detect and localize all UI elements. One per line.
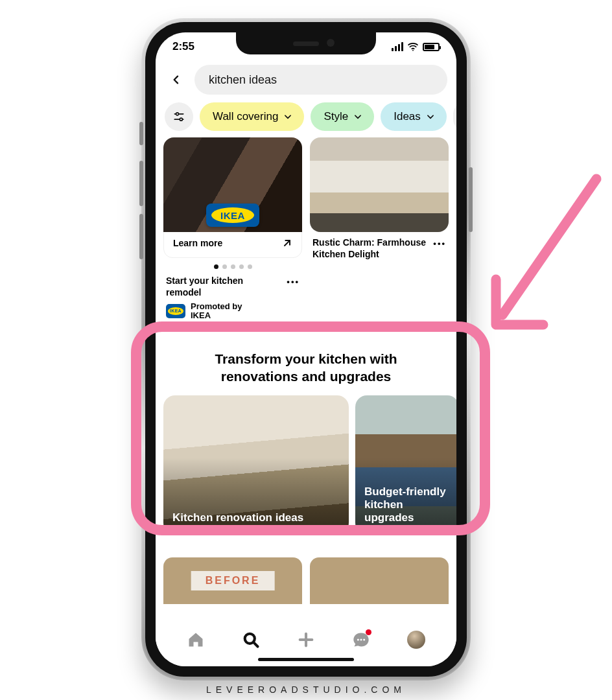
more-pins-row: BEFORE (156, 539, 456, 604)
annotation-arrow-icon (480, 166, 609, 347)
back-button[interactable] (167, 71, 185, 89)
pin-title: Rustic Charm: Farmhouse Kitchen Delight (312, 237, 428, 260)
svg-point-10 (357, 638, 359, 640)
svg-point-4 (180, 118, 182, 121)
promoted-pin-image[interactable]: IKEA (163, 137, 302, 232)
ikea-avatar-icon: IKEA (166, 304, 185, 318)
before-badge: BEFORE (191, 571, 275, 590)
home-icon (187, 631, 205, 649)
search-icon (242, 631, 260, 649)
cellular-signal-icon (392, 42, 403, 51)
plus-icon (297, 631, 315, 649)
status-time: 2:55 (172, 40, 194, 53)
svg-point-12 (363, 638, 365, 640)
more-options-button[interactable]: ••• (433, 237, 446, 248)
svg-line-7 (254, 643, 258, 647)
phone-notch (236, 32, 376, 54)
search-query: kitchen ideas (209, 73, 277, 87)
phone-silent-switch (139, 122, 143, 145)
learn-more-button[interactable]: Learn more (163, 228, 302, 258)
suggestion-card-kitchen-renovation[interactable]: Kitchen renovation ideas (163, 395, 349, 534)
notification-dot (366, 629, 371, 635)
nav-create[interactable] (297, 631, 315, 649)
suggestions-section: Transform your kitchen with renovations … (156, 323, 456, 539)
phone-volume-up (139, 161, 143, 206)
pin-image[interactable] (310, 557, 449, 604)
pin-image[interactable]: BEFORE (163, 557, 302, 604)
nav-profile[interactable] (407, 631, 425, 649)
phone-screen: 2:55 kitchen (156, 32, 456, 666)
filter-chip-label: Wall covering (213, 110, 278, 123)
suggestion-card-label: Kitchen renovation ideas (172, 511, 340, 524)
filter-chip-partial[interactable]: F (453, 102, 456, 131)
filter-chip-label: Ideas (394, 110, 421, 123)
avatar-icon (407, 631, 425, 649)
filter-chip-label: Style (324, 110, 348, 123)
filter-chip-ideas[interactable]: Ideas (381, 102, 447, 131)
arrow-outward-icon (282, 238, 292, 248)
wifi-icon (407, 42, 419, 51)
pin-title: Start your kitchen remodel (166, 275, 270, 298)
carousel-dots[interactable] (163, 258, 302, 273)
nav-notifications[interactable] (352, 631, 370, 649)
svg-point-11 (360, 638, 362, 640)
svg-line-5 (285, 240, 290, 246)
filter-chip-style[interactable]: Style (311, 102, 374, 131)
watermark-text: LEVEEROADSTUDIO.COM (0, 684, 612, 695)
suggestions-heading: Transform your kitchen with renovations … (156, 351, 456, 385)
filter-row: Wall covering Style Ideas F (156, 101, 456, 137)
filter-chip-wall-covering[interactable]: Wall covering (200, 102, 304, 131)
nav-search[interactable] (242, 631, 260, 649)
suggestion-card-label: Budget-friendly kitchen upgrades (364, 485, 450, 525)
svg-point-0 (412, 50, 414, 51)
search-input[interactable]: kitchen ideas (194, 65, 447, 95)
sliders-icon (172, 110, 185, 123)
phone-volume-down (139, 214, 143, 259)
phone-frame: 2:55 kitchen (141, 18, 471, 681)
svg-point-2 (176, 113, 179, 115)
promoted-by-row[interactable]: IKEA Promoted by IKEA (163, 298, 302, 323)
nav-home[interactable] (187, 631, 205, 649)
pin-image[interactable] (310, 137, 449, 232)
filter-settings-button[interactable] (165, 102, 193, 131)
chevron-down-icon (426, 112, 435, 121)
ikea-logo-badge: IKEA (206, 204, 259, 227)
chevron-down-icon (353, 112, 362, 121)
suggestion-card-budget-upgrades[interactable]: Budget-friendly kitchen upgrades (355, 395, 456, 534)
results-grid: IKEA Learn more Start your kitchen remod… (156, 137, 456, 323)
phone-power-button (469, 167, 473, 232)
battery-icon (423, 43, 440, 51)
more-options-button[interactable]: ••• (287, 275, 300, 286)
learn-more-label: Learn more (173, 238, 222, 248)
home-indicator (258, 658, 354, 661)
chevron-down-icon (283, 112, 292, 121)
promoted-by-label: Promoted by IKEA (191, 302, 242, 320)
